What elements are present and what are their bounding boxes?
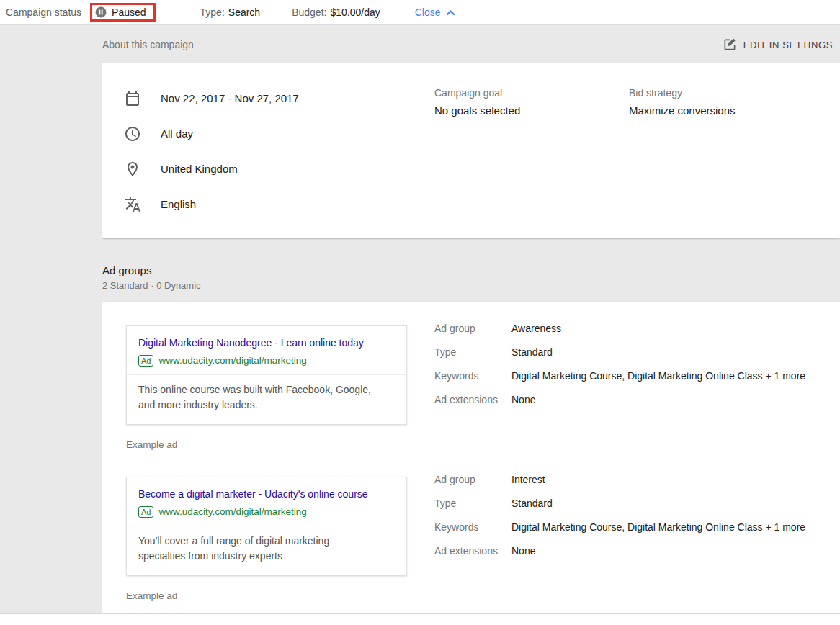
ad-description: You'll cover a full range of digital mar…: [138, 534, 377, 565]
ad-display-url: www.udacity.com/digital/marketing: [158, 355, 306, 366]
keywords-row: Keywords Digital Marketing Course, Digit…: [434, 520, 811, 534]
type-value: Standard: [511, 345, 553, 359]
type-value: Standard: [511, 496, 553, 511]
ad-group-name-row: Ad group Interest: [434, 472, 811, 487]
status-highlight-annotation: Paused: [90, 3, 155, 22]
example-ad-column: Digital Marketing Nanodegree - Learn onl…: [126, 325, 407, 450]
campaign-status-label: Campaign status: [6, 6, 81, 18]
campaign-status-bar: Campaign status Paused Type: Search Budg…: [0, 0, 840, 25]
ad-groups-title: Ad groups: [102, 264, 840, 276]
location-row: United Kingdom: [124, 151, 840, 186]
ad-group-entry: Become a digital marketer - Udacity's on…: [126, 477, 811, 601]
date-range-value: Nov 22, 2017 - Nov 27, 2017: [161, 92, 299, 104]
clock-icon: [124, 125, 141, 143]
chevron-up-icon: [446, 9, 455, 16]
location-value: United Kingdom: [161, 163, 238, 175]
ad-url-row: Ad www.udacity.com/digital/marketing: [138, 506, 395, 518]
ad-schedule-value: All day: [161, 127, 193, 140]
type-label: Type:: [200, 6, 225, 18]
ad-display-url: www.udacity.com/digital/marketing: [158, 506, 306, 517]
about-section-title: About this campaign: [102, 39, 194, 50]
keywords-label: Keywords: [434, 520, 511, 534]
edit-in-settings-button[interactable]: EDIT IN SETTINGS: [723, 37, 833, 52]
ad-group-name-row: Ad group Awareness: [434, 321, 811, 336]
ad-badge: Ad: [138, 506, 153, 518]
location-pin-icon: [124, 161, 141, 178]
ad-group-value: Awareness: [511, 321, 561, 336]
content-column: About this campaign EDIT IN SETTINGS: [102, 37, 840, 613]
close-label: Close: [415, 6, 441, 18]
type-value: Search: [228, 6, 260, 18]
ad-card-divider: [127, 374, 406, 375]
keywords-row: Keywords Digital Marketing Course, Digit…: [434, 369, 811, 383]
budget-label: Budget:: [292, 6, 326, 18]
example-ad-caption: Example ad: [126, 590, 407, 601]
edit-icon: [723, 37, 737, 52]
calendar-icon: [124, 90, 141, 107]
keywords-value: Digital Marketing Course, Digital Market…: [511, 520, 805, 534]
ad-group-type-row: Type Standard: [434, 496, 811, 511]
ad-group-entry: Digital Marketing Nanodegree - Learn onl…: [126, 325, 811, 450]
ad-url-row: Ad www.udacity.com/digital/marketing: [138, 355, 395, 367]
ad-groups-header: Ad groups 2 Standard · 0 Dynamic: [102, 264, 840, 291]
budget-value: $10.00/day: [330, 6, 380, 18]
ad-extensions-row: Ad extensions None: [434, 544, 811, 558]
about-campaign-card: Nov 22, 2017 - Nov 27, 2017 All day: [102, 63, 840, 238]
example-ad-caption: Example ad: [126, 439, 407, 450]
language-row: English: [124, 186, 840, 222]
campaign-goal-value: No goals selected: [434, 104, 520, 117]
edit-in-settings-label: EDIT IN SETTINGS: [743, 40, 833, 50]
ad-schedule-row: All day: [124, 116, 840, 151]
ad-badge: Ad: [138, 355, 153, 367]
keywords-value: Digital Marketing Course, Digital Market…: [511, 369, 805, 383]
example-ad-card: Digital Marketing Nanodegree - Learn onl…: [126, 325, 407, 425]
language-value: English: [161, 198, 196, 210]
bottom-edge-strip: [0, 613, 840, 625]
campaign-overview-screen: Campaign status Paused Type: Search Budg…: [0, 0, 840, 625]
bid-strategy-block: Bid strategy Maximize conversions: [629, 87, 736, 117]
campaign-type: Type: Search: [200, 6, 261, 18]
campaign-details-panel: About this campaign EDIT IN SETTINGS: [0, 26, 840, 613]
type-label: Type: [434, 496, 511, 511]
campaign-budget: Budget: $10.00/day: [292, 6, 380, 18]
ad-extensions-row: Ad extensions None: [434, 392, 811, 407]
ad-group-label: Ad group: [434, 321, 511, 336]
translate-icon: [124, 196, 141, 213]
bid-strategy-label: Bid strategy: [629, 87, 736, 99]
example-ad-card: Become a digital marketer - Udacity's on…: [126, 477, 407, 576]
ad-groups-card: Digital Marketing Nanodegree - Learn onl…: [102, 302, 840, 613]
campaign-status-badge[interactable]: Paused: [95, 6, 146, 18]
ad-title-link[interactable]: Become a digital marketer - Udacity's on…: [138, 487, 395, 503]
ad-title-link[interactable]: Digital Marketing Nanodegree - Learn onl…: [138, 336, 395, 351]
close-panel-link[interactable]: Close: [415, 6, 455, 18]
ad-group-label: Ad group: [434, 472, 511, 487]
campaign-goal-label: Campaign goal: [434, 87, 520, 99]
ad-group-type-row: Type Standard: [434, 345, 811, 359]
type-label: Type: [434, 345, 511, 359]
ad-group-details: Ad group Interest Type Standard Keywords…: [434, 472, 811, 601]
ad-extensions-label: Ad extensions: [434, 544, 511, 558]
pause-icon: [95, 6, 107, 18]
ad-card-divider: [127, 526, 406, 526]
bid-strategy-value: Maximize conversions: [629, 104, 736, 117]
campaign-goal-block: Campaign goal No goals selected: [434, 87, 520, 117]
about-section-header: About this campaign EDIT IN SETTINGS: [102, 37, 840, 52]
ad-extensions-value: None: [511, 392, 535, 407]
ad-description: This online course was built with Facebo…: [138, 382, 377, 413]
ad-group-details: Ad group Awareness Type Standard Keyword…: [434, 321, 811, 450]
campaign-status-value: Paused: [112, 6, 146, 18]
keywords-label: Keywords: [434, 369, 511, 383]
example-ad-column: Become a digital marketer - Udacity's on…: [126, 477, 407, 601]
ad-groups-subtitle: 2 Standard · 0 Dynamic: [102, 280, 840, 291]
ad-extensions-label: Ad extensions: [434, 392, 511, 407]
ad-group-value: Interest: [511, 472, 545, 487]
ad-extensions-value: None: [511, 544, 535, 558]
